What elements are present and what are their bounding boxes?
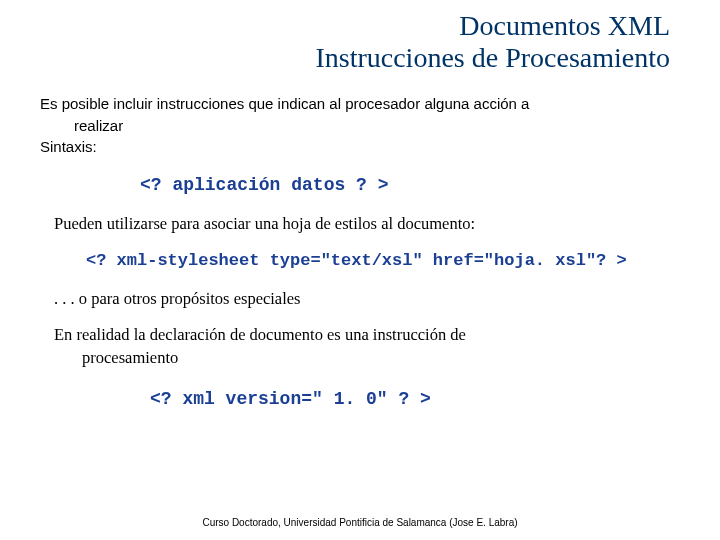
code-syntax: <? aplicación datos ? > <box>140 175 680 195</box>
title-line-2: Instrucciones de Procesamiento <box>40 42 670 74</box>
other-purposes-note: . . . o para otros propósitos especiales <box>54 288 680 310</box>
code-xml-version: <? xml version=" 1. 0" ? > <box>150 389 680 409</box>
declaration-note: En realidad la declaración de documento … <box>54 324 680 369</box>
slide-footer: Curso Doctorado, Universidad Pontificia … <box>0 517 720 528</box>
syntax-label: Sintaxis: <box>40 137 680 157</box>
intro-line-1: Es posible incluir instrucciones que ind… <box>40 94 680 114</box>
stylesheet-note: Pueden utilizarse para asociar una hoja … <box>54 213 680 235</box>
code-stylesheet: <? xml-stylesheet type="text/xsl" href="… <box>86 251 680 270</box>
intro-line-2: realizar <box>40 116 680 136</box>
declaration-note-line2: procesamiento <box>82 348 178 367</box>
declaration-note-line1: En realidad la declaración de documento … <box>54 325 466 344</box>
title-line-1: Documentos XML <box>40 10 670 42</box>
slide-title: Documentos XML Instrucciones de Procesam… <box>40 10 680 74</box>
